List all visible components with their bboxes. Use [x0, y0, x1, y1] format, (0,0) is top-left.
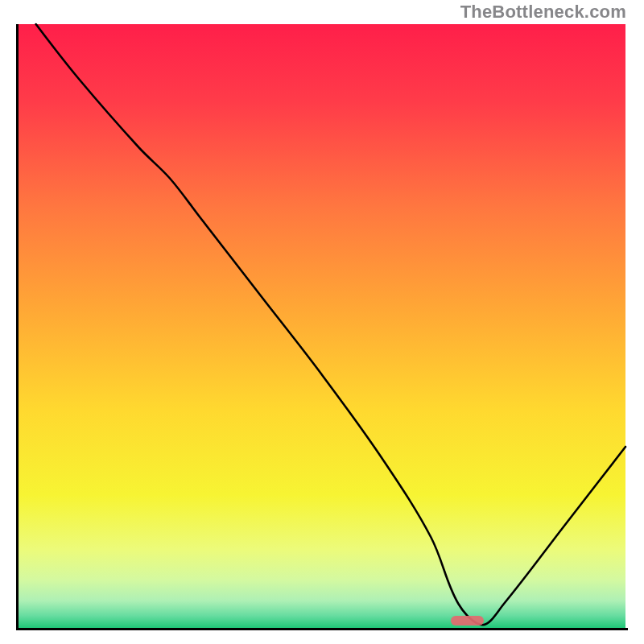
- plot-area: [18, 24, 625, 628]
- optimal-marker: [451, 616, 484, 625]
- axis-left: [16, 24, 19, 630]
- watermark-text: TheBottleneck.com: [460, 2, 626, 23]
- bottleneck-curve: [18, 24, 625, 628]
- axis-bottom: [16, 628, 628, 630]
- bottleneck-chart: TheBottleneck.com: [0, 0, 644, 644]
